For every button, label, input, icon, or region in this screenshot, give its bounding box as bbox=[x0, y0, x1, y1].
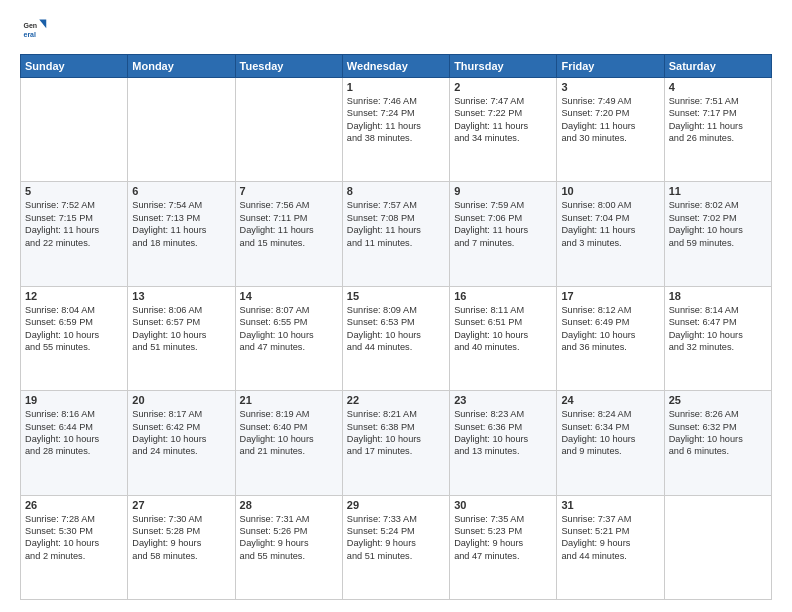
calendar-week-4: 19Sunrise: 8:16 AM Sunset: 6:44 PM Dayli… bbox=[21, 391, 772, 495]
day-info: Sunrise: 8:12 AM Sunset: 6:49 PM Dayligh… bbox=[561, 304, 659, 354]
day-info: Sunrise: 8:00 AM Sunset: 7:04 PM Dayligh… bbox=[561, 199, 659, 249]
day-number: 13 bbox=[132, 290, 230, 302]
day-number: 18 bbox=[669, 290, 767, 302]
day-number: 28 bbox=[240, 499, 338, 511]
calendar-cell: 31Sunrise: 7:37 AM Sunset: 5:21 PM Dayli… bbox=[557, 495, 664, 599]
day-info: Sunrise: 8:24 AM Sunset: 6:34 PM Dayligh… bbox=[561, 408, 659, 458]
page-header: Gen eral bbox=[20, 16, 772, 44]
day-number: 21 bbox=[240, 394, 338, 406]
day-number: 31 bbox=[561, 499, 659, 511]
calendar-week-2: 5Sunrise: 7:52 AM Sunset: 7:15 PM Daylig… bbox=[21, 182, 772, 286]
calendar-cell: 20Sunrise: 8:17 AM Sunset: 6:42 PM Dayli… bbox=[128, 391, 235, 495]
day-number: 7 bbox=[240, 185, 338, 197]
day-info: Sunrise: 7:28 AM Sunset: 5:30 PM Dayligh… bbox=[25, 513, 123, 563]
calendar-cell: 25Sunrise: 8:26 AM Sunset: 6:32 PM Dayli… bbox=[664, 391, 771, 495]
calendar-cell: 14Sunrise: 8:07 AM Sunset: 6:55 PM Dayli… bbox=[235, 286, 342, 390]
calendar-week-3: 12Sunrise: 8:04 AM Sunset: 6:59 PM Dayli… bbox=[21, 286, 772, 390]
day-info: Sunrise: 7:59 AM Sunset: 7:06 PM Dayligh… bbox=[454, 199, 552, 249]
day-info: Sunrise: 8:19 AM Sunset: 6:40 PM Dayligh… bbox=[240, 408, 338, 458]
calendar-cell: 3Sunrise: 7:49 AM Sunset: 7:20 PM Daylig… bbox=[557, 78, 664, 182]
day-info: Sunrise: 7:31 AM Sunset: 5:26 PM Dayligh… bbox=[240, 513, 338, 563]
day-info: Sunrise: 7:49 AM Sunset: 7:20 PM Dayligh… bbox=[561, 95, 659, 145]
day-number: 19 bbox=[25, 394, 123, 406]
calendar-cell: 21Sunrise: 8:19 AM Sunset: 6:40 PM Dayli… bbox=[235, 391, 342, 495]
calendar-cell: 12Sunrise: 8:04 AM Sunset: 6:59 PM Dayli… bbox=[21, 286, 128, 390]
day-info: Sunrise: 7:52 AM Sunset: 7:15 PM Dayligh… bbox=[25, 199, 123, 249]
day-number: 17 bbox=[561, 290, 659, 302]
calendar-header-row: SundayMondayTuesdayWednesdayThursdayFrid… bbox=[21, 55, 772, 78]
calendar-cell: 8Sunrise: 7:57 AM Sunset: 7:08 PM Daylig… bbox=[342, 182, 449, 286]
day-info: Sunrise: 8:14 AM Sunset: 6:47 PM Dayligh… bbox=[669, 304, 767, 354]
day-number: 23 bbox=[454, 394, 552, 406]
col-header-thursday: Thursday bbox=[450, 55, 557, 78]
calendar-cell: 7Sunrise: 7:56 AM Sunset: 7:11 PM Daylig… bbox=[235, 182, 342, 286]
day-number: 22 bbox=[347, 394, 445, 406]
calendar-cell: 6Sunrise: 7:54 AM Sunset: 7:13 PM Daylig… bbox=[128, 182, 235, 286]
day-number: 24 bbox=[561, 394, 659, 406]
col-header-monday: Monday bbox=[128, 55, 235, 78]
col-header-sunday: Sunday bbox=[21, 55, 128, 78]
calendar-cell: 24Sunrise: 8:24 AM Sunset: 6:34 PM Dayli… bbox=[557, 391, 664, 495]
col-header-friday: Friday bbox=[557, 55, 664, 78]
calendar-cell bbox=[235, 78, 342, 182]
day-number: 10 bbox=[561, 185, 659, 197]
day-info: Sunrise: 8:26 AM Sunset: 6:32 PM Dayligh… bbox=[669, 408, 767, 458]
calendar-cell: 28Sunrise: 7:31 AM Sunset: 5:26 PM Dayli… bbox=[235, 495, 342, 599]
day-number: 27 bbox=[132, 499, 230, 511]
day-info: Sunrise: 8:06 AM Sunset: 6:57 PM Dayligh… bbox=[132, 304, 230, 354]
day-number: 4 bbox=[669, 81, 767, 93]
day-number: 25 bbox=[669, 394, 767, 406]
day-info: Sunrise: 8:23 AM Sunset: 6:36 PM Dayligh… bbox=[454, 408, 552, 458]
day-info: Sunrise: 7:33 AM Sunset: 5:24 PM Dayligh… bbox=[347, 513, 445, 563]
calendar-cell bbox=[664, 495, 771, 599]
calendar-week-1: 1Sunrise: 7:46 AM Sunset: 7:24 PM Daylig… bbox=[21, 78, 772, 182]
day-number: 11 bbox=[669, 185, 767, 197]
day-info: Sunrise: 7:57 AM Sunset: 7:08 PM Dayligh… bbox=[347, 199, 445, 249]
calendar-cell: 23Sunrise: 8:23 AM Sunset: 6:36 PM Dayli… bbox=[450, 391, 557, 495]
day-number: 30 bbox=[454, 499, 552, 511]
day-info: Sunrise: 8:02 AM Sunset: 7:02 PM Dayligh… bbox=[669, 199, 767, 249]
calendar-cell: 17Sunrise: 8:12 AM Sunset: 6:49 PM Dayli… bbox=[557, 286, 664, 390]
calendar-cell: 4Sunrise: 7:51 AM Sunset: 7:17 PM Daylig… bbox=[664, 78, 771, 182]
day-info: Sunrise: 7:30 AM Sunset: 5:28 PM Dayligh… bbox=[132, 513, 230, 563]
day-info: Sunrise: 8:16 AM Sunset: 6:44 PM Dayligh… bbox=[25, 408, 123, 458]
calendar-cell: 26Sunrise: 7:28 AM Sunset: 5:30 PM Dayli… bbox=[21, 495, 128, 599]
calendar-cell: 10Sunrise: 8:00 AM Sunset: 7:04 PM Dayli… bbox=[557, 182, 664, 286]
day-info: Sunrise: 8:04 AM Sunset: 6:59 PM Dayligh… bbox=[25, 304, 123, 354]
calendar-cell: 5Sunrise: 7:52 AM Sunset: 7:15 PM Daylig… bbox=[21, 182, 128, 286]
day-info: Sunrise: 7:46 AM Sunset: 7:24 PM Dayligh… bbox=[347, 95, 445, 145]
calendar-cell: 18Sunrise: 8:14 AM Sunset: 6:47 PM Dayli… bbox=[664, 286, 771, 390]
day-number: 1 bbox=[347, 81, 445, 93]
day-number: 8 bbox=[347, 185, 445, 197]
day-number: 2 bbox=[454, 81, 552, 93]
calendar-cell: 29Sunrise: 7:33 AM Sunset: 5:24 PM Dayli… bbox=[342, 495, 449, 599]
calendar-cell bbox=[21, 78, 128, 182]
day-info: Sunrise: 8:07 AM Sunset: 6:55 PM Dayligh… bbox=[240, 304, 338, 354]
day-number: 9 bbox=[454, 185, 552, 197]
calendar-cell: 22Sunrise: 8:21 AM Sunset: 6:38 PM Dayli… bbox=[342, 391, 449, 495]
day-number: 14 bbox=[240, 290, 338, 302]
day-number: 29 bbox=[347, 499, 445, 511]
day-number: 16 bbox=[454, 290, 552, 302]
logo-icon: Gen eral bbox=[20, 16, 48, 44]
day-number: 5 bbox=[25, 185, 123, 197]
day-number: 12 bbox=[25, 290, 123, 302]
calendar-cell bbox=[128, 78, 235, 182]
day-number: 3 bbox=[561, 81, 659, 93]
calendar-cell: 30Sunrise: 7:35 AM Sunset: 5:23 PM Dayli… bbox=[450, 495, 557, 599]
col-header-wednesday: Wednesday bbox=[342, 55, 449, 78]
calendar-cell: 2Sunrise: 7:47 AM Sunset: 7:22 PM Daylig… bbox=[450, 78, 557, 182]
day-info: Sunrise: 7:47 AM Sunset: 7:22 PM Dayligh… bbox=[454, 95, 552, 145]
calendar-cell: 15Sunrise: 8:09 AM Sunset: 6:53 PM Dayli… bbox=[342, 286, 449, 390]
logo: Gen eral bbox=[20, 16, 52, 44]
day-info: Sunrise: 7:51 AM Sunset: 7:17 PM Dayligh… bbox=[669, 95, 767, 145]
calendar-table: SundayMondayTuesdayWednesdayThursdayFrid… bbox=[20, 54, 772, 600]
calendar-cell: 1Sunrise: 7:46 AM Sunset: 7:24 PM Daylig… bbox=[342, 78, 449, 182]
calendar-cell: 19Sunrise: 8:16 AM Sunset: 6:44 PM Dayli… bbox=[21, 391, 128, 495]
day-info: Sunrise: 8:21 AM Sunset: 6:38 PM Dayligh… bbox=[347, 408, 445, 458]
day-info: Sunrise: 7:37 AM Sunset: 5:21 PM Dayligh… bbox=[561, 513, 659, 563]
calendar-cell: 16Sunrise: 8:11 AM Sunset: 6:51 PM Dayli… bbox=[450, 286, 557, 390]
calendar-week-5: 26Sunrise: 7:28 AM Sunset: 5:30 PM Dayli… bbox=[21, 495, 772, 599]
day-info: Sunrise: 7:56 AM Sunset: 7:11 PM Dayligh… bbox=[240, 199, 338, 249]
day-info: Sunrise: 7:54 AM Sunset: 7:13 PM Dayligh… bbox=[132, 199, 230, 249]
